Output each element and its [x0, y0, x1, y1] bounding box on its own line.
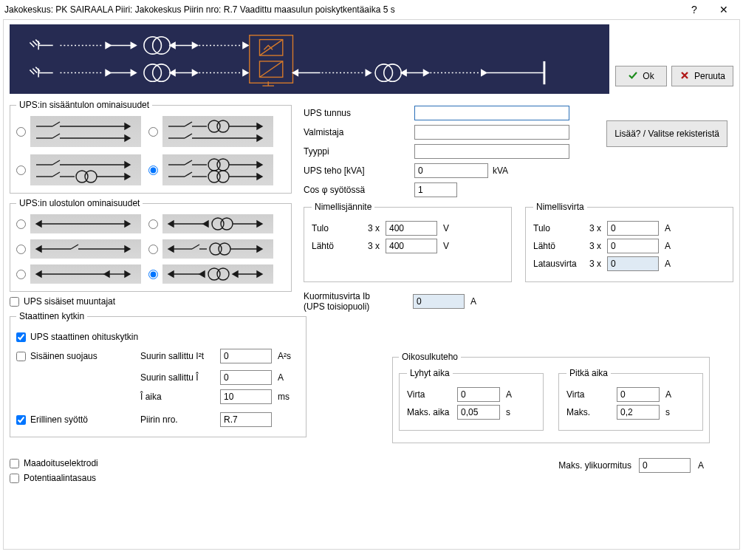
max-overload-label: Maks. ylikuormitus: [558, 460, 631, 471]
input-scheme-2: [162, 116, 273, 147]
nom-current-legend: Nimellisvirta: [533, 202, 587, 212]
svg-marker-124: [168, 271, 174, 277]
threex-4: 3 x: [583, 241, 601, 251]
i-time-label: Î aika: [140, 392, 214, 402]
input-props-legend: UPS:in sisääntulon ominaisuudet: [16, 100, 152, 110]
load-current-input[interactable]: [413, 294, 465, 309]
ground-elec-check[interactable]: [10, 459, 19, 468]
svg-marker-20: [170, 70, 175, 76]
input-scheme-4: [162, 154, 273, 185]
svg-line-101: [71, 245, 78, 249]
a-unit-6: A: [506, 389, 521, 400]
cur-in-label: Tulo: [533, 223, 578, 233]
svg-marker-109: [168, 221, 174, 227]
svg-marker-88: [257, 162, 262, 168]
svg-marker-103: [125, 246, 130, 252]
max-i2t-input[interactable]: [220, 349, 272, 363]
dialog-body: Ok Peruuta UPS:in sisääntulon ominaisuud…: [3, 19, 740, 550]
short-current-label: Virta: [407, 389, 451, 400]
cur-in-input[interactable]: [607, 221, 659, 236]
internal-prot-check[interactable]: [16, 352, 26, 361]
cancel-button[interactable]: Peruuta: [671, 66, 733, 86]
svg-marker-115: [257, 221, 262, 227]
svg-marker-46: [401, 70, 406, 76]
output-radio-1[interactable]: [16, 219, 26, 229]
svg-point-93: [217, 171, 229, 182]
cur-out-input[interactable]: [607, 239, 659, 253]
svg-marker-70: [125, 174, 130, 180]
max-overload-input[interactable]: [639, 458, 691, 473]
s-unit-1: s: [506, 407, 521, 417]
svg-line-118: [192, 245, 199, 249]
cancel-label: Peruuta: [694, 71, 725, 81]
load-current-label: Kuormitusvirta Ib (UPS toisiopuoli): [304, 291, 407, 312]
output-scheme-6: [162, 264, 273, 284]
manufacturer-input[interactable]: [414, 125, 569, 140]
threex-3: 3 x: [583, 223, 601, 233]
input-radio-3[interactable]: [16, 165, 26, 175]
help-button[interactable]: ?: [679, 4, 709, 16]
short-circuit-legend: Oikosulkuteho: [399, 352, 461, 362]
close-icon: [679, 70, 690, 83]
output-scheme-3: [30, 239, 141, 259]
svg-point-86: [217, 159, 229, 171]
svg-point-128: [217, 268, 229, 280]
add-from-registry-button[interactable]: Lisää? / Valitse rekisteristä: [606, 120, 727, 147]
i-time-input[interactable]: [220, 389, 272, 404]
output-radio-6[interactable]: [148, 270, 158, 279]
input-radio-1[interactable]: [16, 127, 26, 137]
cosphi-input[interactable]: [414, 182, 457, 197]
svg-marker-21: [193, 70, 198, 76]
max-i2t-label: Suurin sallittu I²t: [140, 351, 214, 361]
short-current-input[interactable]: [457, 387, 500, 402]
internal-tx-check[interactable]: [10, 297, 19, 307]
output-radio-5[interactable]: [16, 270, 26, 279]
svg-line-25: [35, 40, 40, 44]
a-unit-7: A: [665, 389, 680, 400]
internal-prot-label: Sisäinen suojaus: [30, 351, 97, 361]
circuit-no-label: Piirin nro.: [140, 414, 214, 425]
volt-out-input[interactable]: [386, 239, 437, 253]
svg-marker-123: [257, 246, 262, 252]
threex-5: 3 x: [583, 259, 601, 269]
cur-out-label: Lähtö: [533, 241, 578, 251]
v-unit-1: V: [443, 223, 458, 233]
svg-marker-81: [257, 135, 262, 141]
svg-marker-99: [36, 246, 41, 252]
output-scheme-4: [162, 239, 273, 259]
ok-button[interactable]: Ok: [615, 66, 667, 86]
sep-supply-check[interactable]: [16, 415, 26, 425]
ups-id-input[interactable]: [414, 106, 569, 120]
max-i-input[interactable]: [220, 370, 272, 385]
input-radio-4[interactable]: [148, 165, 158, 175]
ok-label: Ok: [643, 71, 654, 81]
max-i-label: Suurin sallittu Î: [140, 372, 214, 383]
volt-in-input[interactable]: [386, 221, 437, 236]
output-radio-4[interactable]: [148, 245, 158, 254]
static-bypass-check[interactable]: [16, 332, 26, 342]
input-radio-2[interactable]: [148, 127, 158, 137]
output-radio-3[interactable]: [16, 245, 26, 254]
ups-power-input[interactable]: [414, 163, 488, 178]
long-max-input[interactable]: [617, 405, 660, 420]
svg-marker-131: [257, 271, 262, 277]
circuit-no-input[interactable]: [220, 412, 272, 427]
output-radio-2[interactable]: [148, 219, 158, 229]
long-current-input[interactable]: [617, 387, 660, 402]
cur-charge-input[interactable]: [607, 256, 659, 271]
long-time-group: Pitkä aika VirtaA Maks.s: [558, 368, 703, 431]
type-input[interactable]: [414, 144, 569, 159]
svg-line-65: [52, 172, 60, 177]
a2s-unit: A²s: [278, 351, 300, 361]
close-button[interactable]: ✕: [709, 4, 739, 16]
equipot-check[interactable]: [10, 474, 19, 483]
input-scheme-1: [30, 116, 141, 147]
svg-marker-95: [257, 174, 262, 180]
s-unit-2: s: [665, 407, 680, 417]
svg-line-26: [32, 41, 37, 46]
long-current-label: Virta: [566, 389, 611, 400]
svg-marker-2: [106, 42, 111, 48]
equipot-label: Potentiaalintasaus: [24, 473, 96, 483]
short-maxtime-input[interactable]: [457, 405, 500, 420]
a-unit-3: A: [665, 241, 679, 251]
